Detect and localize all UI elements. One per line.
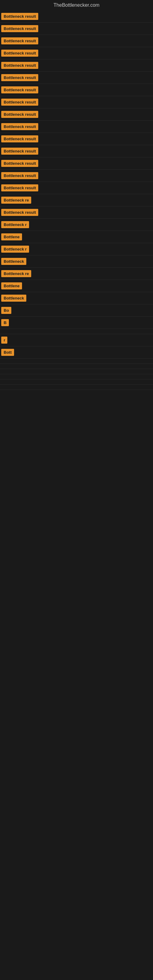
bottleneck-result-label[interactable]: Bottleneck result (1, 62, 38, 69)
bottleneck-result-label[interactable]: Bottleneck r (1, 221, 29, 228)
bottleneck-result-label[interactable]: Bottleneck result (1, 37, 38, 45)
list-item: Bottleneck result (0, 108, 153, 121)
list-item: Bottleneck result (0, 35, 153, 47)
bottleneck-result-label[interactable]: Bottleneck r (1, 246, 29, 253)
bottleneck-result-label[interactable]: Bottleneck result (1, 99, 38, 106)
list-item: Bottleneck result (0, 207, 153, 219)
bottleneck-result-label[interactable]: Bo (1, 307, 11, 314)
bottleneck-result-label[interactable]: Bottleneck result (1, 86, 38, 94)
list-item: Bottleneck result (0, 158, 153, 170)
list-item: Bottleneck re (0, 194, 153, 207)
bottleneck-result-label[interactable]: Bottleneck result (1, 135, 38, 142)
list-item: Bottlene (0, 231, 153, 243)
list-item: Bottleneck re (0, 268, 153, 280)
bottleneck-result-label[interactable]: r (1, 337, 7, 344)
list-item: Bott (0, 346, 153, 359)
list-item (0, 379, 153, 385)
list-item: Bottleneck result (0, 72, 153, 84)
list-item: Bottleneck result (0, 59, 153, 72)
bottleneck-result-label[interactable]: Bottleneck result (1, 123, 38, 130)
bottleneck-result-label[interactable]: Bottleneck (1, 258, 26, 265)
bottleneck-result-label[interactable]: Bottleneck result (1, 25, 38, 32)
list-item: Bottleneck result (0, 170, 153, 182)
list-item: Bottleneck result (0, 96, 153, 108)
bottleneck-result-label[interactable]: Bottleneck result (1, 172, 38, 179)
list-item: Bottleneck (0, 292, 153, 304)
list-item: Bottleneck result (0, 23, 153, 35)
bottleneck-result-label[interactable]: B (1, 319, 9, 326)
site-title: TheBottlenecker.com (0, 0, 153, 10)
list-item: Bo (0, 304, 153, 317)
list-item: Bottleneck result (0, 84, 153, 96)
list-item: Bottlene (0, 280, 153, 292)
bottleneck-result-label[interactable]: Bottleneck re (1, 197, 31, 204)
bottleneck-result-label[interactable]: Bottleneck result (1, 13, 38, 20)
bottleneck-result-label[interactable]: Bottleneck result (1, 185, 38, 191)
list-item (0, 329, 153, 334)
list-item: B (0, 317, 153, 329)
list-item: r (0, 334, 153, 346)
list-item: Bottleneck r (0, 219, 153, 231)
bottleneck-result-label[interactable]: Bottlene (1, 282, 22, 290)
list-item: Bottleneck result (0, 10, 153, 23)
bottleneck-result-label[interactable]: Bottleneck result (1, 160, 38, 167)
list-item (0, 359, 153, 364)
list-item (0, 364, 153, 369)
bottleneck-result-label[interactable]: Bott (1, 349, 14, 356)
list-item (0, 385, 153, 390)
list-item: Bottleneck result (0, 182, 153, 194)
list-item: Bottleneck r (0, 243, 153, 255)
bottleneck-result-label[interactable]: Bottlene (1, 233, 22, 240)
bottleneck-result-label[interactable]: Bottleneck re (1, 270, 31, 277)
list-item (0, 369, 153, 374)
list-item: Bottleneck result (0, 145, 153, 158)
bottleneck-result-label[interactable]: Bottleneck result (1, 209, 38, 216)
bottleneck-result-label[interactable]: Bottleneck result (1, 74, 38, 81)
list-item: Bottleneck result (0, 133, 153, 145)
list-item (0, 374, 153, 379)
list-item: Bottleneck (0, 255, 153, 268)
bottleneck-result-label[interactable]: Bottleneck result (1, 49, 38, 57)
bottleneck-result-label[interactable]: Bottleneck result (1, 111, 38, 118)
list-item: Bottleneck result (0, 47, 153, 59)
bottleneck-result-label[interactable]: Bottleneck result (1, 148, 38, 155)
list-item: Bottleneck result (0, 121, 153, 133)
bottleneck-result-label[interactable]: Bottleneck (1, 294, 26, 302)
